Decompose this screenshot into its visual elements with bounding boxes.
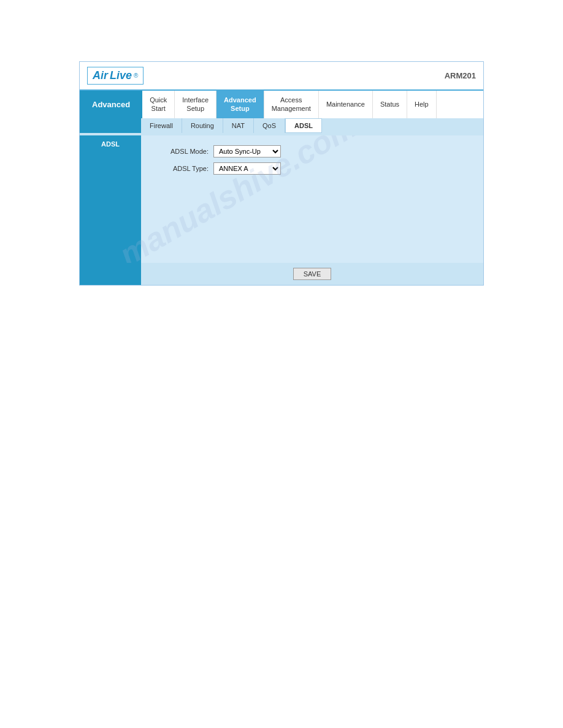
sub-nav-spacer <box>80 118 141 133</box>
sub-nav-adsl[interactable]: ADSL <box>285 118 322 133</box>
adsl-form: ADSL Mode: Auto Sync-Up ADSL ADSL2 ADSL2… <box>141 135 483 189</box>
model-name: ARM201 <box>445 71 476 80</box>
sub-nav-nat[interactable]: NAT <box>223 118 254 133</box>
sub-nav-routing[interactable]: Routing <box>182 118 223 133</box>
logo-air-text: Air <box>93 69 108 82</box>
main-nav: Advanced Quick Start Interface Setup Adv… <box>80 91 483 118</box>
nav-item-status[interactable]: Status <box>373 91 407 118</box>
sub-nav-filler <box>322 118 483 133</box>
footer-bar: SAVE <box>80 263 483 285</box>
nav-item-advanced-setup[interactable]: Advanced Setup <box>216 91 264 118</box>
adsl-type-label: ADSL Type: <box>153 165 209 172</box>
sidebar: ADSL <box>80 135 141 263</box>
adsl-mode-label: ADSL Mode: <box>153 148 209 155</box>
save-button[interactable]: SAVE <box>293 268 332 280</box>
adsl-type-row: ADSL Type: ANNEX A ANNEX B ANNEX C <box>153 162 471 175</box>
sub-nav-items: Firewall Routing NAT QoS ADSL <box>141 118 483 133</box>
nav-item-help[interactable]: Help <box>407 91 437 118</box>
sidebar-adsl: ADSL <box>80 135 141 153</box>
nav-items: Quick Start Interface Setup Advanced Set… <box>142 91 483 118</box>
adsl-mode-select[interactable]: Auto Sync-Up ADSL ADSL2 ADSL2+ <box>213 145 281 157</box>
header: Air Live ® ARM201 <box>80 62 483 91</box>
adsl-type-select[interactable]: ANNEX A ANNEX B ANNEX C <box>213 162 281 175</box>
main-content: ADSL Mode: Auto Sync-Up ADSL ADSL2 ADSL2… <box>141 135 483 263</box>
adsl-mode-row: ADSL Mode: Auto Sync-Up ADSL ADSL2 ADSL2… <box>153 145 471 157</box>
content-area: manualshive.com ADSL ADSL Mode: Auto Syn… <box>80 135 483 263</box>
logo-area: Air Live ® <box>87 67 144 85</box>
nav-item-maintenance[interactable]: Maintenance <box>319 91 373 118</box>
logo-registered: ® <box>134 72 138 79</box>
nav-item-access-management[interactable]: Access Management <box>264 91 319 118</box>
nav-highlight-label: Advanced <box>80 91 142 118</box>
footer-sidebar <box>80 263 141 285</box>
logo-box: Air Live ® <box>87 67 144 85</box>
sub-nav-firewall[interactable]: Firewall <box>141 118 182 133</box>
sub-nav: Firewall Routing NAT QoS ADSL <box>80 118 483 133</box>
logo-live-text: Live <box>110 69 132 82</box>
nav-item-quick-start[interactable]: Quick Start <box>142 91 175 118</box>
content-spacer <box>141 189 483 263</box>
sub-nav-qos[interactable]: QoS <box>254 118 285 133</box>
footer-content: SAVE <box>141 263 483 285</box>
nav-item-interface-setup[interactable]: Interface Setup <box>175 91 216 118</box>
